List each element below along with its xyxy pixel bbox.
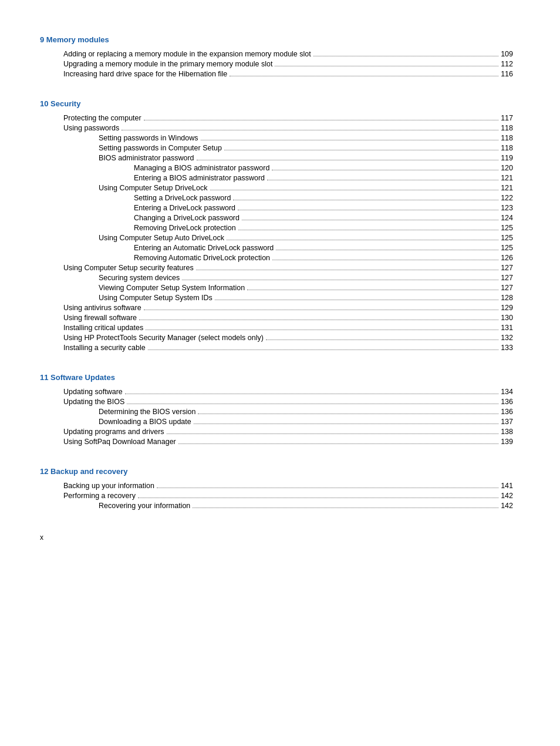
entry-dots xyxy=(238,210,498,210)
toc-entry: Using Computer Setup Auto DriveLock125 xyxy=(40,234,513,242)
toc-entry: Changing a DriveLock password124 xyxy=(40,214,513,222)
entry-text: Entering a DriveLock password xyxy=(134,204,235,212)
entry-page: 137 xyxy=(501,418,513,426)
entry-text: Setting a DriveLock password xyxy=(134,194,231,202)
entry-dots xyxy=(215,300,498,300)
entry-text: Setting passwords in Windows xyxy=(99,134,198,142)
entry-dots xyxy=(167,434,499,434)
toc-entry: Updating the BIOS136 xyxy=(40,398,513,406)
entry-text: Updating programs and drivers xyxy=(63,428,164,436)
entry-dots xyxy=(266,340,498,340)
entry-dots xyxy=(144,120,498,120)
toc-entry: Using Computer Setup DriveLock121 xyxy=(40,184,513,192)
toc-entry: Using SoftPaq Download Manager139 xyxy=(40,438,513,446)
toc-entry: Backing up your information141 xyxy=(40,482,513,490)
entry-dots xyxy=(138,498,498,498)
entry-dots xyxy=(267,180,498,180)
entry-page: 128 xyxy=(501,294,513,302)
toc-entry: Updating programs and drivers138 xyxy=(40,428,513,436)
entry-page: 132 xyxy=(501,334,513,342)
toc-entry: Removing DriveLock protection125 xyxy=(40,224,513,232)
entry-page: 109 xyxy=(501,50,513,58)
toc-entry: Securing system devices127 xyxy=(40,274,513,282)
entry-dots xyxy=(144,310,498,310)
entry-page: 126 xyxy=(501,254,513,262)
entry-dots xyxy=(247,290,498,290)
entry-text: Backing up your information xyxy=(63,482,154,490)
toc-entry: Entering a BIOS administrator password12… xyxy=(40,174,513,182)
entry-text: Using firewall software xyxy=(63,314,137,322)
entry-page: 117 xyxy=(501,114,513,122)
toc-entry: Using Computer Setup security features12… xyxy=(40,264,513,272)
entry-page: 131 xyxy=(501,324,513,332)
entry-text: Downloading a BIOS update xyxy=(99,418,191,426)
entry-text: Using Computer Setup Auto DriveLock xyxy=(99,234,224,242)
entry-text: Using passwords xyxy=(63,124,119,132)
entry-dots xyxy=(275,66,498,66)
entry-dots xyxy=(146,330,498,330)
entry-page: 130 xyxy=(501,314,513,322)
entry-text: Determining the BIOS version xyxy=(99,408,195,416)
footer-page-number: x xyxy=(40,533,43,542)
entry-page: 124 xyxy=(501,214,513,222)
entry-text: Increasing hard drive space for the Hibe… xyxy=(63,70,227,78)
entry-text: Removing DriveLock protection xyxy=(134,224,236,232)
entry-text: Using SoftPaq Download Manager xyxy=(63,438,176,446)
entry-text: Managing a BIOS administrator password xyxy=(134,164,269,172)
toc-entry: Recovering your information142 xyxy=(40,502,513,510)
entry-dots xyxy=(193,508,498,508)
section-10: 10 SecurityProtecting the computer117Usi… xyxy=(40,99,513,352)
entry-dots xyxy=(198,414,498,414)
entry-page: 127 xyxy=(501,274,513,282)
entry-dots xyxy=(272,170,498,170)
entry-text: Installing a security cable xyxy=(63,344,146,352)
entry-page: 142 xyxy=(501,502,513,510)
section-12-title: 12 Backup and recovery xyxy=(40,467,513,476)
toc-entry: Using HP ProtectTools Security Manager (… xyxy=(40,334,513,342)
entry-page: 142 xyxy=(501,492,513,500)
entry-page: 123 xyxy=(501,204,513,212)
toc-entry: Protecting the computer117 xyxy=(40,114,513,122)
section-9: 9 Memory modulesAdding or replacing a me… xyxy=(40,35,513,78)
entry-text: Changing a DriveLock password xyxy=(134,214,239,222)
toc-entry: Adding or replacing a memory module in t… xyxy=(40,50,513,58)
entry-text: Using Computer Setup System IDs xyxy=(99,294,212,302)
entry-text: Using antivirus software xyxy=(63,304,141,312)
entry-dots xyxy=(127,404,498,404)
section-9-title: 9 Memory modules xyxy=(40,35,513,44)
toc-entry: Using passwords118 xyxy=(40,124,513,132)
entry-dots xyxy=(233,200,498,200)
toc-entry: Increasing hard drive space for the Hibe… xyxy=(40,70,513,78)
section-11: 11 Software UpdatesUpdating software134U… xyxy=(40,373,513,446)
section-12: 12 Backup and recoveryBacking up your in… xyxy=(40,467,513,510)
entry-text: Using Computer Setup security features xyxy=(63,264,194,272)
toc-entry: Setting a DriveLock password122 xyxy=(40,194,513,202)
entry-page: 118 xyxy=(501,144,513,152)
entry-dots xyxy=(313,56,498,56)
toc-entry: Setting passwords in Windows118 xyxy=(40,134,513,142)
entry-page: 134 xyxy=(501,388,513,396)
toc-entry: Downloading a BIOS update137 xyxy=(40,418,513,426)
entry-text: Securing system devices xyxy=(99,274,180,282)
entry-text: Using Computer Setup DriveLock xyxy=(99,184,208,192)
entry-page: 116 xyxy=(501,70,513,78)
entry-text: Upgrading a memory module in the primary… xyxy=(63,60,272,68)
entry-text: Updating software xyxy=(63,388,123,396)
toc-entry: Using firewall software130 xyxy=(40,314,513,322)
entry-dots xyxy=(201,140,499,140)
toc-entry: Using antivirus software129 xyxy=(40,304,513,312)
page-footer: x xyxy=(40,533,513,542)
entry-page: 127 xyxy=(501,264,513,272)
section-11-title: 11 Software Updates xyxy=(40,373,513,382)
entry-dots xyxy=(197,160,499,160)
entry-page: 129 xyxy=(501,304,513,312)
toc-entry: Determining the BIOS version136 xyxy=(40,408,513,416)
entry-text: Setting passwords in Computer Setup xyxy=(99,144,222,152)
toc-entry: Setting passwords in Computer Setup118 xyxy=(40,144,513,152)
entry-text: Updating the BIOS xyxy=(63,398,124,406)
entry-dots xyxy=(196,270,499,270)
toc-entry: Installing critical updates131 xyxy=(40,324,513,332)
entry-page: 122 xyxy=(501,194,513,202)
entry-dots xyxy=(230,76,498,76)
section-10-title: 10 Security xyxy=(40,99,513,108)
